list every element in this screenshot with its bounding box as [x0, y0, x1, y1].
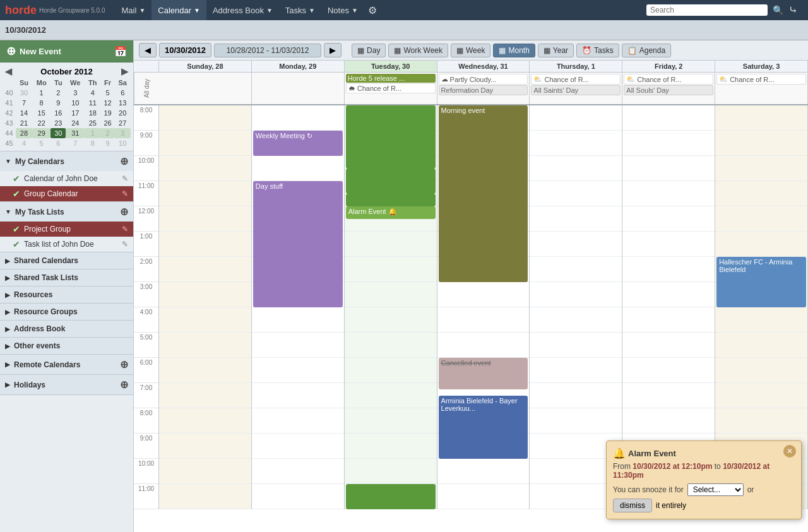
mini-cal-day[interactable]: 30: [16, 88, 32, 98]
mini-cal-day[interactable]: 5: [101, 88, 115, 98]
resources-header[interactable]: ▶ Resources: [0, 287, 133, 303]
hour-cell[interactable]: [159, 408, 251, 434]
hour-cell[interactable]: [159, 131, 251, 156]
my-task-lists-add-icon[interactable]: ⊕: [120, 206, 128, 218]
day-header-tuesday[interactable]: Tuesday, 30: [345, 61, 437, 72]
mini-cal-day[interactable]: 13: [114, 98, 131, 108]
view-workweek-button[interactable]: ▦ Work Week: [388, 44, 448, 57]
hour-cell[interactable]: [622, 257, 715, 282]
allday-saturday[interactable]: ⛅Chance of R...: [715, 73, 808, 104]
hour-cell[interactable]: [252, 484, 344, 509]
mini-cal-day[interactable]: 8: [32, 98, 50, 108]
mini-cal-day[interactable]: 24: [66, 118, 85, 128]
mini-cal-day[interactable]: 7: [16, 98, 32, 108]
mini-cal-day[interactable]: 23: [50, 118, 66, 128]
day-stuff-event[interactable]: Day stuff: [253, 181, 343, 307]
hour-cell[interactable]: [622, 131, 715, 156]
day-header-sunday[interactable]: Sunday, 28: [159, 61, 252, 72]
mini-cal-day[interactable]: 14: [16, 108, 32, 118]
hour-cell[interactable]: [622, 307, 715, 333]
day-header-wednesday[interactable]: Wednesday, 31: [437, 61, 530, 72]
mini-cal-day[interactable]: 3: [114, 128, 131, 138]
alarm-close-button[interactable]: ✕: [783, 445, 796, 458]
view-year-button[interactable]: ▦ Year: [538, 44, 574, 57]
mini-cal-day[interactable]: 27: [114, 118, 131, 128]
allday-friday[interactable]: ⛅Chance of R... All Souls' Day: [622, 73, 715, 104]
mini-cal-day[interactable]: 1: [32, 88, 50, 98]
hour-cell[interactable]: [530, 257, 622, 282]
day-col-wednesday[interactable]: Morning event Cancelled event Arminia Bi…: [437, 105, 530, 509]
view-month-button[interactable]: ▦ Month: [493, 44, 535, 57]
mini-cal-day[interactable]: 26: [101, 118, 115, 128]
holidays-add-icon[interactable]: ⊕: [120, 379, 128, 391]
mini-cal-day[interactable]: 6: [50, 138, 66, 148]
hour-cell[interactable]: [715, 307, 807, 333]
holidays-header[interactable]: ▶ Holidays ⊕: [0, 375, 133, 394]
sidebar-item-calendar-john-doe[interactable]: ✔ Calendar of John Doe ✎: [0, 171, 133, 186]
hour-cell[interactable]: [715, 105, 807, 131]
view-day-button[interactable]: ▦ Day: [352, 44, 386, 57]
hour-cell[interactable]: [252, 105, 344, 131]
settings-icon[interactable]: ⚙: [364, 4, 381, 16]
hour-cell[interactable]: [345, 358, 437, 383]
hour-cell[interactable]: [252, 156, 344, 181]
sidebar-item-group-calendar[interactable]: ✔ Group Calendar ✎: [0, 186, 133, 201]
day-header-thursday[interactable]: Thursday, 1: [530, 61, 622, 72]
nav-tasks[interactable]: Tasks ▼: [279, 0, 321, 20]
hour-cell[interactable]: [159, 383, 251, 408]
hour-cell[interactable]: [622, 206, 715, 232]
dismiss-button[interactable]: dismiss: [613, 499, 652, 512]
hour-cell[interactable]: [345, 408, 437, 434]
remote-calendars-header[interactable]: ▶ Remote Calendars ⊕: [0, 355, 133, 374]
hour-cell[interactable]: [530, 307, 622, 333]
hour-cell[interactable]: [530, 206, 622, 232]
chance-rain-friday[interactable]: ⛅Chance of R...: [624, 74, 713, 85]
mini-cal-day[interactable]: 5: [32, 138, 50, 148]
mini-cal-day[interactable]: 2: [101, 128, 115, 138]
tuesday-green-block3[interactable]: [346, 194, 436, 206]
hour-cell[interactable]: [345, 434, 437, 459]
hour-cell[interactable]: [252, 459, 344, 484]
all-saints-day[interactable]: All Saints' Day: [531, 85, 621, 95]
nav-addressbook[interactable]: Address Book ▼: [206, 0, 279, 20]
mini-cal-day[interactable]: 18: [85, 108, 100, 118]
mini-cal-day[interactable]: 7: [66, 138, 85, 148]
chance-rain-tuesday[interactable]: 🌧Chance of R...: [346, 83, 436, 93]
day-col-tuesday[interactable]: Alarm Event 🔔: [345, 105, 437, 509]
hour-cell[interactable]: [252, 434, 344, 459]
other-events-header[interactable]: ▶ Other events: [0, 338, 133, 354]
next-period-button[interactable]: ▶: [324, 43, 342, 57]
mini-cal-day[interactable]: 25: [85, 118, 100, 128]
hour-cell[interactable]: [622, 408, 715, 434]
hour-cell[interactable]: [159, 307, 251, 333]
hour-cell[interactable]: [530, 282, 622, 307]
hour-cell[interactable]: [622, 333, 715, 358]
mini-cal-day[interactable]: 28: [16, 128, 32, 138]
hour-cell[interactable]: [530, 383, 622, 408]
day-col-sunday[interactable]: [159, 105, 252, 509]
hour-cell[interactable]: [622, 156, 715, 181]
mini-cal-day[interactable]: 3: [66, 88, 85, 98]
my-calendars-add-icon[interactable]: ⊕: [120, 155, 128, 167]
hour-cell[interactable]: [622, 105, 715, 131]
hour-cell[interactable]: [715, 333, 807, 358]
search-input[interactable]: [650, 6, 764, 15]
edit-task-list-icon[interactable]: ✎: [122, 240, 128, 249]
partly-cloudy-wednesday[interactable]: ☁Partly Cloudy...: [439, 74, 528, 85]
prev-period-button[interactable]: ◀: [139, 43, 157, 57]
mini-cal-day[interactable]: 20: [114, 108, 131, 118]
allday-thursday[interactable]: ⛅Chance of R... All Saints' Day: [530, 73, 622, 104]
hour-cell[interactable]: [345, 282, 437, 307]
hour-cell[interactable]: [530, 181, 622, 206]
hour-cell[interactable]: [252, 383, 344, 408]
hour-cell[interactable]: [530, 232, 622, 257]
mini-cal-day[interactable]: 4: [16, 138, 32, 148]
mini-cal-day[interactable]: 4: [85, 88, 100, 98]
hour-cell[interactable]: [622, 181, 715, 206]
horde-release-event[interactable]: Horde 5 release ...: [346, 74, 436, 83]
hour-cell[interactable]: [437, 333, 530, 358]
reformation-day[interactable]: Reformation Day: [439, 85, 528, 95]
hour-cell[interactable]: [345, 459, 437, 484]
mini-cal-day[interactable]: 16: [50, 108, 66, 118]
hour-cell[interactable]: [530, 408, 622, 434]
